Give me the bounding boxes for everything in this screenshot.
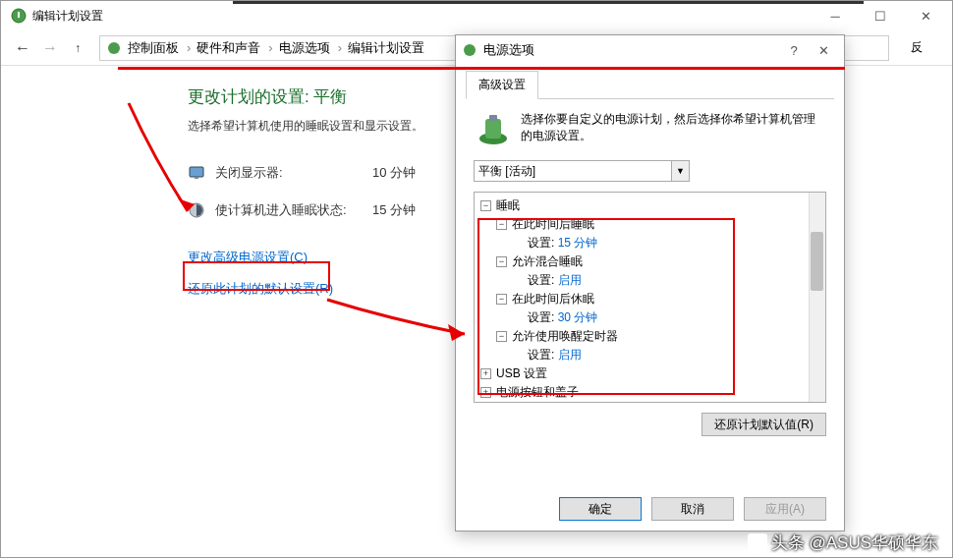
power-options-dialog: 电源选项 ? ✕ 高级设置 选择你要自定义的电源计划，然后选择你希望计算机管理的… bbox=[455, 34, 845, 532]
svg-rect-9 bbox=[489, 115, 497, 121]
ok-button[interactable]: 确定 bbox=[559, 497, 642, 521]
scrollbar[interactable] bbox=[809, 193, 825, 402]
display-timeout-value[interactable]: 10 分钟 bbox=[372, 164, 461, 182]
tree-node-after-sleep[interactable]: 在此时间后睡眠 bbox=[512, 215, 594, 234]
tree-node-after-hibernate[interactable]: 在此时间后休眠 bbox=[512, 290, 594, 308]
collapse-icon[interactable]: − bbox=[496, 294, 507, 305]
tree-node-sleep[interactable]: 睡眠 bbox=[496, 196, 520, 215]
breadcrumb-item[interactable]: 编辑计划设置 bbox=[348, 39, 424, 57]
chevron-down-icon[interactable]: ▼ bbox=[671, 161, 689, 181]
collapse-icon[interactable]: − bbox=[496, 331, 507, 342]
nav-up-icon[interactable]: ↑ bbox=[64, 34, 91, 62]
wake-timers-value[interactable]: 启用 bbox=[558, 346, 582, 364]
battery-icon bbox=[474, 111, 513, 146]
breadcrumb-item[interactable]: 控制面板› bbox=[128, 39, 196, 57]
refresh-area: 反 bbox=[889, 39, 944, 56]
power-plan-combo[interactable]: 平衡 [活动] bbox=[474, 160, 690, 182]
collapse-icon[interactable]: − bbox=[496, 219, 507, 230]
dialog-titlebar: 电源选项 ? ✕ bbox=[456, 35, 844, 65]
dialog-icon bbox=[462, 42, 477, 58]
help-button[interactable]: ? bbox=[779, 43, 809, 58]
minimize-button[interactable]: ─ bbox=[813, 1, 858, 30]
tree-node-usb[interactable]: USB 设置 bbox=[496, 364, 547, 383]
nav-forward-icon[interactable]: → bbox=[36, 34, 64, 62]
dialog-close-button[interactable]: ✕ bbox=[809, 43, 838, 58]
breadcrumb-item[interactable]: 电源选项› bbox=[279, 39, 348, 57]
monitor-icon bbox=[188, 164, 205, 182]
watermark-icon bbox=[748, 533, 767, 553]
expand-icon[interactable]: + bbox=[480, 368, 491, 379]
svg-rect-1 bbox=[18, 12, 20, 18]
sleep-timeout-value[interactable]: 15 分钟 bbox=[372, 201, 461, 219]
collapse-icon[interactable]: − bbox=[480, 200, 491, 211]
tab-advanced[interactable]: 高级设置 bbox=[466, 71, 538, 99]
svg-rect-8 bbox=[485, 119, 501, 139]
dialog-description: 选择你要自定义的电源计划，然后选择你希望计算机管理的电源设置。 bbox=[521, 111, 826, 146]
svg-point-2 bbox=[108, 42, 120, 54]
close-button[interactable]: ✕ bbox=[903, 1, 948, 30]
cancel-button[interactable]: 取消 bbox=[651, 497, 734, 521]
restore-plan-defaults-button[interactable]: 还原计划默认值(R) bbox=[701, 413, 826, 436]
svg-rect-4 bbox=[195, 177, 198, 179]
sleep-after-value[interactable]: 15 分钟 bbox=[558, 234, 598, 252]
apply-button[interactable]: 应用(A) bbox=[744, 497, 826, 521]
sleep-icon bbox=[188, 201, 205, 219]
hybrid-value[interactable]: 启用 bbox=[558, 271, 582, 290]
tree-node-hybrid[interactable]: 允许混合睡眠 bbox=[512, 252, 583, 271]
main-titlebar: 编辑计划设置 ─ ☐ ✕ bbox=[1, 1, 952, 30]
breadcrumb-item[interactable]: 硬件和声音› bbox=[196, 39, 278, 57]
collapse-icon[interactable]: − bbox=[496, 256, 507, 267]
hibernate-after-value[interactable]: 30 分钟 bbox=[558, 308, 598, 327]
settings-tree[interactable]: −睡眠 −在此时间后睡眠 设置: 15 分钟 −允许混合睡眠 设置: 启用 −在… bbox=[474, 192, 826, 403]
watermark: 头条 @ASUS华硕华东 bbox=[748, 532, 938, 554]
tree-node-power-button[interactable]: 电源按钮和盖子 bbox=[496, 383, 579, 402]
window-title: 编辑计划设置 bbox=[32, 8, 813, 25]
tree-node-wake-timers[interactable]: 允许使用唤醒定时器 bbox=[512, 327, 618, 346]
svg-rect-3 bbox=[190, 167, 203, 177]
nav-back-icon[interactable]: ← bbox=[9, 34, 36, 62]
maximize-button[interactable]: ☐ bbox=[858, 1, 903, 30]
app-icon bbox=[11, 8, 27, 24]
folder-icon bbox=[106, 40, 122, 56]
expand-icon[interactable]: + bbox=[480, 387, 491, 398]
svg-point-6 bbox=[464, 44, 476, 56]
